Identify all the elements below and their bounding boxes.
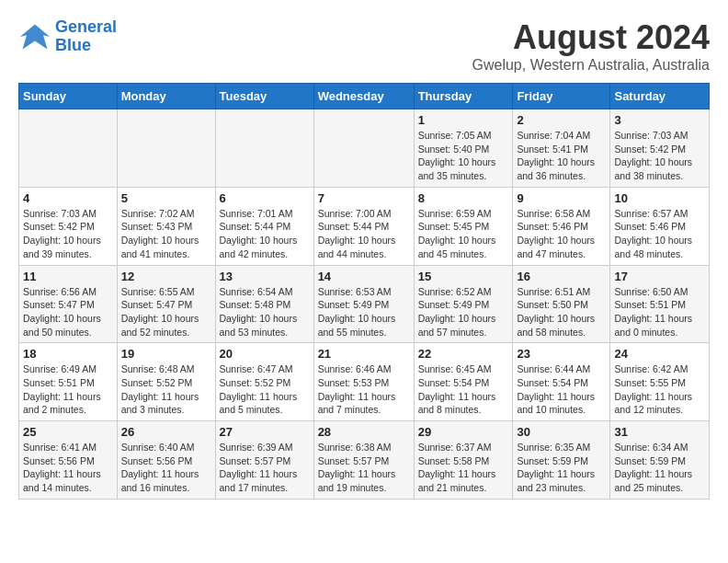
day-number: 5 <box>121 191 211 205</box>
day-number: 3 <box>614 113 705 127</box>
calendar-week-2: 4Sunrise: 7:03 AM Sunset: 5:42 PM Daylig… <box>19 187 710 265</box>
calendar-cell <box>313 109 414 188</box>
calendar-cell: 13Sunrise: 6:54 AM Sunset: 5:48 PM Dayli… <box>215 265 313 343</box>
day-info: Sunrise: 6:55 AM Sunset: 5:47 PM Dayligh… <box>121 285 211 339</box>
day-info: Sunrise: 6:53 AM Sunset: 5:49 PM Dayligh… <box>318 285 410 339</box>
calendar-cell: 21Sunrise: 6:46 AM Sunset: 5:53 PM Dayli… <box>313 343 414 421</box>
calendar-cell: 4Sunrise: 7:03 AM Sunset: 5:42 PM Daylig… <box>19 187 118 265</box>
calendar-table: SundayMondayTuesdayWednesdayThursdayFrid… <box>18 83 710 500</box>
day-number: 23 <box>517 347 606 361</box>
header-sunday: Sunday <box>19 84 118 109</box>
day-info: Sunrise: 6:38 AM Sunset: 5:57 PM Dayligh… <box>318 441 410 495</box>
day-info: Sunrise: 7:00 AM Sunset: 5:44 PM Dayligh… <box>318 207 410 261</box>
calendar-cell: 2Sunrise: 7:04 AM Sunset: 5:41 PM Daylig… <box>513 109 610 188</box>
calendar-cell: 1Sunrise: 7:05 AM Sunset: 5:40 PM Daylig… <box>414 109 513 188</box>
day-info: Sunrise: 7:04 AM Sunset: 5:41 PM Dayligh… <box>517 129 606 183</box>
day-info: Sunrise: 6:58 AM Sunset: 5:46 PM Dayligh… <box>517 207 606 261</box>
day-number: 7 <box>318 191 410 205</box>
title-block: August 2024 Gwelup, Western Australia, A… <box>472 18 711 74</box>
calendar-cell: 28Sunrise: 6:38 AM Sunset: 5:57 PM Dayli… <box>313 421 414 500</box>
calendar-cell: 20Sunrise: 6:47 AM Sunset: 5:52 PM Dayli… <box>215 343 313 421</box>
day-info: Sunrise: 6:52 AM Sunset: 5:49 PM Dayligh… <box>418 285 509 339</box>
calendar-cell: 8Sunrise: 6:59 AM Sunset: 5:45 PM Daylig… <box>414 187 513 265</box>
page-subtitle: Gwelup, Western Australia, Australia <box>472 57 711 74</box>
day-info: Sunrise: 6:59 AM Sunset: 5:45 PM Dayligh… <box>418 207 509 261</box>
day-number: 9 <box>517 191 606 205</box>
day-number: 6 <box>220 191 310 205</box>
header-monday: Monday <box>117 84 215 109</box>
calendar-cell: 16Sunrise: 6:51 AM Sunset: 5:50 PM Dayli… <box>513 265 610 343</box>
day-number: 4 <box>23 191 113 205</box>
calendar-cell: 19Sunrise: 6:48 AM Sunset: 5:52 PM Dayli… <box>117 343 215 421</box>
calendar-cell: 10Sunrise: 6:57 AM Sunset: 5:46 PM Dayli… <box>610 187 710 265</box>
header-saturday: Saturday <box>610 84 710 109</box>
calendar-cell: 15Sunrise: 6:52 AM Sunset: 5:49 PM Dayli… <box>414 265 513 343</box>
day-number: 16 <box>517 270 606 283</box>
day-number: 10 <box>614 191 705 205</box>
day-info: Sunrise: 6:34 AM Sunset: 5:59 PM Dayligh… <box>614 441 705 495</box>
calendar-cell: 6Sunrise: 7:01 AM Sunset: 5:44 PM Daylig… <box>215 187 313 265</box>
calendar-cell: 24Sunrise: 6:42 AM Sunset: 5:55 PM Dayli… <box>610 343 710 421</box>
day-info: Sunrise: 6:49 AM Sunset: 5:51 PM Dayligh… <box>23 362 113 417</box>
header-wednesday: Wednesday <box>313 84 414 109</box>
calendar-cell: 30Sunrise: 6:35 AM Sunset: 5:59 PM Dayli… <box>513 421 610 500</box>
logo-icon <box>18 20 51 53</box>
day-number: 2 <box>517 113 606 127</box>
day-number: 22 <box>418 347 509 361</box>
day-number: 19 <box>121 347 211 361</box>
page-title: August 2024 <box>472 18 711 57</box>
calendar-cell: 23Sunrise: 6:44 AM Sunset: 5:54 PM Dayli… <box>513 343 610 421</box>
calendar-cell: 14Sunrise: 6:53 AM Sunset: 5:49 PM Dayli… <box>313 265 414 343</box>
calendar-week-1: 1Sunrise: 7:05 AM Sunset: 5:40 PM Daylig… <box>19 109 710 188</box>
day-info: Sunrise: 7:01 AM Sunset: 5:44 PM Dayligh… <box>220 207 310 261</box>
day-info: Sunrise: 7:02 AM Sunset: 5:43 PM Dayligh… <box>121 207 211 261</box>
calendar-cell: 29Sunrise: 6:37 AM Sunset: 5:58 PM Dayli… <box>414 421 513 500</box>
day-info: Sunrise: 6:35 AM Sunset: 5:59 PM Dayligh… <box>517 441 606 495</box>
calendar-cell: 9Sunrise: 6:58 AM Sunset: 5:46 PM Daylig… <box>513 187 610 265</box>
calendar-cell: 22Sunrise: 6:45 AM Sunset: 5:54 PM Dayli… <box>414 343 513 421</box>
calendar-cell <box>117 109 215 188</box>
calendar-cell: 18Sunrise: 6:49 AM Sunset: 5:51 PM Dayli… <box>19 343 118 421</box>
calendar-week-3: 11Sunrise: 6:56 AM Sunset: 5:47 PM Dayli… <box>19 265 710 343</box>
calendar-cell: 7Sunrise: 7:00 AM Sunset: 5:44 PM Daylig… <box>313 187 414 265</box>
day-number: 17 <box>614 270 705 283</box>
calendar-cell: 25Sunrise: 6:41 AM Sunset: 5:56 PM Dayli… <box>19 421 118 500</box>
day-number: 1 <box>418 113 509 127</box>
logo-text: General Blue <box>55 18 117 55</box>
day-number: 11 <box>23 270 113 283</box>
day-info: Sunrise: 6:51 AM Sunset: 5:50 PM Dayligh… <box>517 285 606 339</box>
day-info: Sunrise: 6:50 AM Sunset: 5:51 PM Dayligh… <box>614 285 705 339</box>
day-info: Sunrise: 7:03 AM Sunset: 5:42 PM Dayligh… <box>23 207 113 261</box>
day-info: Sunrise: 6:44 AM Sunset: 5:54 PM Dayligh… <box>517 362 606 417</box>
calendar-cell: 26Sunrise: 6:40 AM Sunset: 5:56 PM Dayli… <box>117 421 215 500</box>
day-number: 18 <box>23 347 113 361</box>
svg-marker-0 <box>20 24 50 49</box>
day-number: 30 <box>517 425 606 439</box>
day-info: Sunrise: 7:03 AM Sunset: 5:42 PM Dayligh… <box>614 129 705 183</box>
day-info: Sunrise: 6:40 AM Sunset: 5:56 PM Dayligh… <box>121 441 211 495</box>
day-number: 14 <box>318 270 410 283</box>
day-info: Sunrise: 6:48 AM Sunset: 5:52 PM Dayligh… <box>121 362 211 417</box>
day-info: Sunrise: 6:47 AM Sunset: 5:52 PM Dayligh… <box>220 362 310 417</box>
day-info: Sunrise: 6:42 AM Sunset: 5:55 PM Dayligh… <box>614 362 705 417</box>
day-number: 15 <box>418 270 509 283</box>
day-number: 29 <box>418 425 509 439</box>
day-info: Sunrise: 6:46 AM Sunset: 5:53 PM Dayligh… <box>318 362 410 417</box>
calendar-cell: 5Sunrise: 7:02 AM Sunset: 5:43 PM Daylig… <box>117 187 215 265</box>
calendar-header-row: SundayMondayTuesdayWednesdayThursdayFrid… <box>19 84 710 109</box>
calendar-cell <box>215 109 313 188</box>
calendar-cell <box>19 109 118 188</box>
day-info: Sunrise: 6:57 AM Sunset: 5:46 PM Dayligh… <box>614 207 705 261</box>
day-number: 25 <box>23 425 113 439</box>
calendar-week-4: 18Sunrise: 6:49 AM Sunset: 5:51 PM Dayli… <box>19 343 710 421</box>
calendar-week-5: 25Sunrise: 6:41 AM Sunset: 5:56 PM Dayli… <box>19 421 710 500</box>
day-number: 27 <box>220 425 310 439</box>
day-info: Sunrise: 6:39 AM Sunset: 5:57 PM Dayligh… <box>220 441 310 495</box>
day-info: Sunrise: 6:41 AM Sunset: 5:56 PM Dayligh… <box>23 441 113 495</box>
day-number: 12 <box>121 270 211 283</box>
calendar-cell: 3Sunrise: 7:03 AM Sunset: 5:42 PM Daylig… <box>610 109 710 188</box>
day-info: Sunrise: 6:45 AM Sunset: 5:54 PM Dayligh… <box>418 362 509 417</box>
calendar-cell: 11Sunrise: 6:56 AM Sunset: 5:47 PM Dayli… <box>19 265 118 343</box>
calendar-cell: 31Sunrise: 6:34 AM Sunset: 5:59 PM Dayli… <box>610 421 710 500</box>
day-number: 26 <box>121 425 211 439</box>
